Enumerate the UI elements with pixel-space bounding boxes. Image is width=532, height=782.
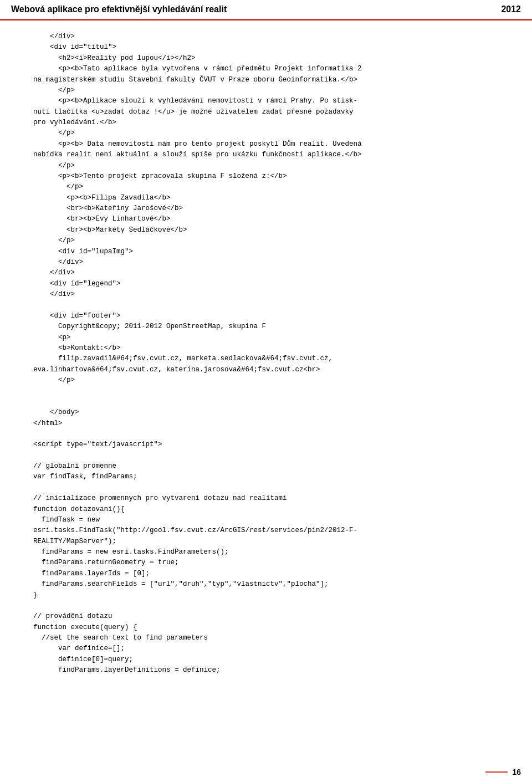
page-number-line <box>485 771 508 773</box>
page-header: Webová aplikace pro efektivnější vyhledá… <box>0 0 532 21</box>
bottom-bar: 16 <box>474 762 532 782</box>
page-wrapper: Webová aplikace pro efektivnější vyhledá… <box>0 0 532 687</box>
content-area: </div> <div id="titul"> <h2><i>Reality p… <box>0 21 532 687</box>
code-block: </div> <div id="titul"> <h2><i>Reality p… <box>33 32 515 676</box>
page-number: 16 <box>512 768 521 776</box>
header-title: Webová aplikace pro efektivnější vyhledá… <box>11 4 227 14</box>
header-year: 2012 <box>501 4 521 14</box>
